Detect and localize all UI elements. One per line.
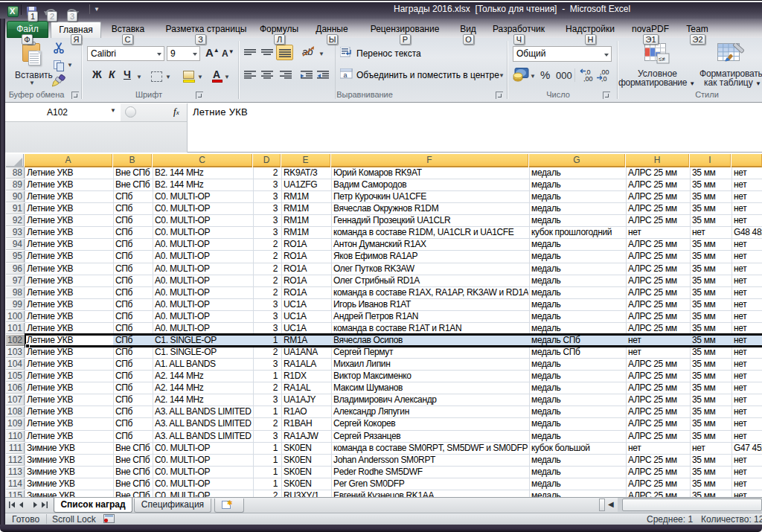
svg-text:,0: ,0	[601, 75, 607, 82]
svg-text:≤≠: ≤≠	[659, 56, 665, 63]
svg-text:a: a	[344, 71, 348, 79]
svg-text:,00: ,00	[583, 75, 593, 82]
